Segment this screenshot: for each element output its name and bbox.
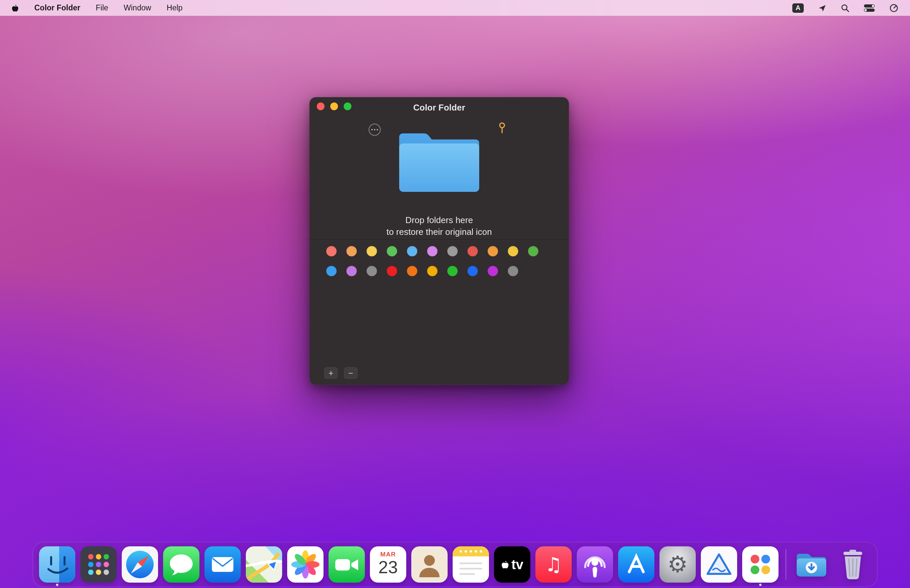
- music-note-glyph: ♫: [545, 553, 562, 576]
- calendar-icon: MAR 23: [370, 546, 406, 583]
- dock-item-messages[interactable]: [163, 546, 199, 583]
- minimize-button[interactable]: [330, 102, 338, 110]
- downloads-folder-icon: [793, 546, 830, 583]
- mail-icon: [204, 546, 241, 583]
- spotlight-search-icon[interactable]: [841, 4, 850, 13]
- color-swatch[interactable]: [326, 266, 337, 276]
- color-swatch[interactable]: [508, 266, 518, 276]
- menu-window[interactable]: Window: [124, 3, 151, 13]
- color-swatch[interactable]: [347, 246, 357, 256]
- dock-item-color-folder-app[interactable]: [742, 546, 779, 583]
- music-icon: ♫: [535, 546, 572, 583]
- window-titlebar[interactable]: Color Folder: [309, 97, 569, 115]
- menu-extra-circle-icon[interactable]: [889, 3, 899, 13]
- remove-color-button[interactable]: −: [344, 367, 358, 379]
- color-swatch[interactable]: [326, 246, 337, 256]
- input-source-icon[interactable]: A: [792, 3, 804, 13]
- apple-logo-icon: [501, 560, 509, 569]
- photos-icon: [287, 546, 324, 583]
- menu-file[interactable]: File: [96, 3, 108, 13]
- window-divider: [309, 239, 569, 240]
- dock-item-finder[interactable]: [39, 546, 75, 583]
- dock-item-contacts[interactable]: [411, 546, 448, 583]
- dock-item-maps[interactable]: [246, 546, 282, 583]
- dock-item-apple-tv[interactable]: tv: [494, 546, 530, 583]
- finder-icon: [39, 546, 75, 583]
- dock-item-prism-app[interactable]: [701, 546, 737, 583]
- maps-icon: [246, 546, 282, 583]
- trash-icon: [835, 546, 871, 583]
- facetime-icon: [329, 546, 365, 583]
- menu-bar: Color Folder File Window Help A: [0, 0, 910, 16]
- dock-separator: [785, 549, 786, 580]
- zoom-button[interactable]: [344, 102, 351, 110]
- color-swatch[interactable]: [347, 266, 357, 276]
- color-swatch[interactable]: [407, 246, 417, 256]
- color-swatch[interactable]: [387, 266, 397, 276]
- swatch-row-2: [326, 266, 538, 276]
- color-swatch-grid: [326, 246, 538, 276]
- podcasts-icon: [577, 546, 613, 583]
- drop-hint-text: Drop folders here to restore their origi…: [309, 214, 569, 238]
- dock-item-system-settings[interactable]: ⚙: [659, 546, 696, 583]
- messages-icon: [163, 546, 199, 583]
- color-swatch[interactable]: [487, 266, 498, 276]
- color-swatch[interactable]: [387, 246, 397, 256]
- running-indicator: [56, 584, 58, 586]
- prism-app-icon: [701, 546, 737, 583]
- safari-icon: [122, 546, 158, 583]
- color-swatch[interactable]: [427, 246, 437, 256]
- restore-wand-icon[interactable]: [496, 122, 508, 136]
- color-swatch[interactable]: [508, 246, 518, 256]
- dock-item-facetime[interactable]: [329, 546, 365, 583]
- menu-help[interactable]: Help: [167, 3, 183, 13]
- launchpad-icon: [80, 546, 117, 583]
- color-swatch[interactable]: [447, 246, 458, 256]
- more-options-icon[interactable]: [369, 124, 381, 136]
- dock: MAR 23 tv ♫: [32, 542, 878, 587]
- color-swatch[interactable]: [468, 246, 478, 256]
- apple-tv-icon: tv: [494, 546, 530, 583]
- add-color-button[interactable]: +: [324, 367, 338, 379]
- dock-item-notes[interactable]: [453, 546, 489, 583]
- color-swatch[interactable]: [427, 266, 437, 276]
- dock-item-calendar[interactable]: MAR 23: [370, 546, 406, 583]
- color-folder-app-icon: [742, 546, 779, 583]
- system-settings-icon: ⚙: [659, 546, 696, 583]
- close-button[interactable]: [317, 102, 324, 110]
- folder-drop-target[interactable]: [395, 123, 484, 201]
- dock-item-podcasts[interactable]: [577, 546, 613, 583]
- color-folder-window: Color Folder Drop folders here to restor…: [309, 97, 569, 385]
- blue-folder-icon: [395, 123, 484, 200]
- dock-item-mail[interactable]: [204, 546, 241, 583]
- notes-icon: [453, 546, 489, 583]
- color-swatch[interactable]: [468, 266, 478, 276]
- dock-item-downloads-folder[interactable]: [793, 546, 830, 583]
- color-swatch[interactable]: [447, 266, 458, 276]
- swatch-row-1: [326, 246, 538, 256]
- app-store-icon: [618, 546, 654, 583]
- control-center-icon[interactable]: [864, 4, 875, 13]
- color-swatch[interactable]: [487, 246, 498, 256]
- dock-item-safari[interactable]: [122, 546, 158, 583]
- dock-item-trash[interactable]: [835, 546, 871, 583]
- menubar-app-name[interactable]: Color Folder: [34, 3, 80, 13]
- dock-item-photos[interactable]: [287, 546, 324, 583]
- contacts-icon: [411, 546, 448, 583]
- color-swatch[interactable]: [366, 246, 377, 256]
- running-indicator: [759, 584, 762, 586]
- gear-glyph: ⚙: [667, 553, 688, 576]
- color-swatch[interactable]: [528, 246, 538, 256]
- dock-item-launchpad[interactable]: [80, 546, 117, 583]
- color-swatch[interactable]: [366, 266, 377, 276]
- color-swatch[interactable]: [407, 266, 417, 276]
- tv-label: tv: [512, 557, 524, 572]
- dock-item-app-store[interactable]: [618, 546, 654, 583]
- apple-menu-icon[interactable]: [11, 4, 19, 13]
- location-arrow-icon[interactable]: [818, 4, 827, 13]
- calendar-day-label: 23: [378, 557, 398, 577]
- dock-item-music[interactable]: ♫: [535, 546, 572, 583]
